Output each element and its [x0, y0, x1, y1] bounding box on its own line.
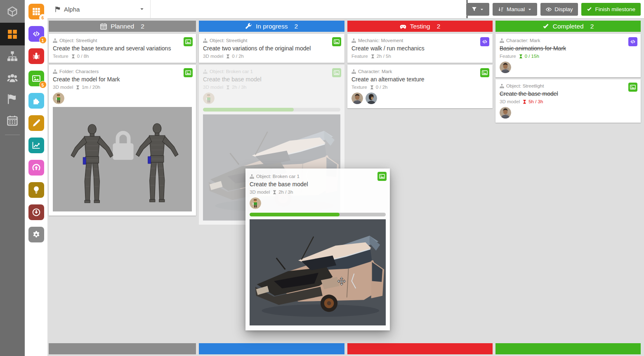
module-button-art[interactable]: 5	[28, 71, 44, 86]
card-context: Mechanic: Movement	[351, 38, 488, 44]
card-meta: 3D model5h / 3h	[500, 99, 637, 104]
card-title: Create the base texture and several vari…	[53, 45, 192, 52]
bulb-icon	[32, 186, 40, 194]
column-title: Completed	[553, 23, 584, 30]
hourglass-icon	[226, 85, 230, 90]
gamepad-icon	[400, 23, 406, 30]
card-category: Feature	[351, 54, 368, 59]
card-assignees	[500, 62, 637, 73]
module-button-downloads[interactable]	[28, 204, 44, 220]
wireframe-characters-preview[interactable]	[53, 107, 192, 211]
rail-divider	[5, 135, 20, 135]
top-toolbar: Alpha Manual Display Finish milestone	[47, 0, 644, 19]
wrench-icon	[245, 23, 252, 30]
column-task-count: 2	[141, 23, 144, 30]
card-meta: Texture0 / 2h	[351, 85, 488, 90]
art-category-badge	[628, 83, 637, 92]
card-title: Create an alternative texture	[351, 76, 488, 83]
card-context: Character: Mark	[500, 38, 637, 44]
rail-item-flag[interactable]	[0, 88, 25, 110]
cube-icon	[7, 6, 18, 17]
gear-icon	[32, 230, 40, 239]
module-button-board[interactable]: 6	[28, 4, 44, 19]
card-title: Create the base model	[500, 90, 637, 97]
rail-item-cube[interactable]	[0, 0, 25, 23]
users-icon	[7, 72, 18, 83]
column-title: Planned	[111, 23, 134, 30]
rail-item-grid[interactable]	[0, 23, 25, 45]
module-button-ideas[interactable]	[28, 182, 44, 198]
task-card-create-the-base-model[interactable]: Object: StreetlightCreate the base model…	[495, 79, 641, 123]
download-icon	[32, 208, 40, 216]
task-card-create-walk-run-mechanics[interactable]: Mechanic: MovementCreate walk / run mech…	[347, 34, 493, 63]
rail-item-hierarchy[interactable]	[0, 45, 25, 67]
image-icon	[379, 173, 385, 179]
avatar-photo1	[500, 107, 511, 119]
module-button-writing[interactable]	[28, 115, 44, 131]
card-time-logged: 2h / 3h	[232, 85, 246, 90]
avatar-photo2	[366, 93, 377, 104]
module-button-publish[interactable]	[28, 160, 44, 176]
finish-milestone-label: Finish milestone	[595, 6, 635, 12]
task-card-basic-animations-for-mark[interactable]: Character: MarkBasic animations for Mark…	[495, 34, 641, 77]
image-icon	[630, 84, 636, 90]
module-button-metrics[interactable]	[28, 138, 44, 153]
module-button-puzzle[interactable]	[28, 93, 44, 109]
card-time-logged: 2h / 5h	[377, 54, 391, 59]
column-footer-planned	[49, 343, 196, 354]
card-title: Create two variations of the original mo…	[203, 45, 340, 52]
card-context: Folder: Characters	[53, 69, 192, 75]
task-card-create-an-alternative-texture[interactable]: Character: MarkCreate an alternative tex…	[347, 65, 493, 108]
filter-icon	[472, 7, 477, 12]
column-footer-completed	[495, 343, 641, 354]
avatar-sprite	[203, 93, 215, 104]
card-progress-bar	[203, 108, 340, 112]
broken-car-preview[interactable]	[250, 219, 386, 325]
filter-button[interactable]	[466, 3, 489, 16]
module-button-settings[interactable]	[28, 227, 44, 242]
bug-icon	[32, 52, 40, 60]
column-footer-testing	[347, 343, 493, 354]
sort-button-label: Manual	[507, 6, 525, 12]
sort-button[interactable]: Manual	[493, 3, 537, 16]
hierarchy-icon	[203, 38, 208, 43]
display-button[interactable]: Display	[540, 3, 578, 16]
task-card-create-the-base-texture-and-several-variations[interactable]: Object: StreetlightCreate the base textu…	[49, 34, 196, 63]
hierarchy-icon	[203, 69, 208, 74]
display-button-label: Display	[554, 6, 573, 12]
avatar-sprite	[250, 197, 261, 209]
hierarchy-icon	[250, 174, 254, 179]
art-category-badge	[332, 68, 341, 77]
task-card-create-two-variations-of-the-original-model[interactable]: Object: StreetlightCreate two variations…	[199, 34, 344, 63]
card-context: Object: Streetlight	[500, 83, 637, 89]
card-category: 3D model	[500, 99, 520, 104]
pencil-icon	[32, 119, 40, 127]
card-time-logged: 0 / 2h	[376, 85, 388, 90]
module-badge: 6	[39, 14, 47, 21]
card-context: Object: Streetlight	[203, 38, 340, 44]
avatar-photo1	[500, 62, 511, 73]
card-category: 3D model	[53, 85, 73, 90]
milestone-selector[interactable]: Alpha	[47, 0, 151, 18]
rail-item-calendar[interactable]	[0, 110, 25, 131]
finish-milestone-button[interactable]: Finish milestone	[581, 3, 641, 16]
card-title: Basic animations for Mark	[500, 45, 637, 52]
module-button-code[interactable]: 1	[28, 26, 44, 42]
rail-item-users[interactable]	[0, 67, 25, 88]
column-header-completed: Completed2	[495, 21, 641, 32]
calendar-icon	[100, 23, 107, 30]
card-title: Create the base model	[203, 76, 340, 83]
art-category-badge	[377, 172, 387, 181]
task-card-create-the-base-model[interactable]: Object: Broken car 1Create the base mode…	[245, 169, 390, 330]
hierarchy-icon	[351, 69, 356, 74]
card-meta: 3D model1m / 20h	[53, 85, 192, 90]
module-button-bug[interactable]	[28, 48, 44, 64]
column-header-planned: Planned2	[49, 21, 196, 32]
task-card-create-the-model-for-mark[interactable]: Folder: CharactersCreate the model for M…	[49, 65, 196, 216]
image-icon	[482, 70, 488, 76]
board-column-completed: Completed2Character: MarkBasic animation…	[495, 21, 641, 354]
chart-icon	[32, 141, 40, 150]
check-icon	[587, 7, 592, 12]
card-time-logged: 0 / 2h	[232, 54, 244, 59]
card-category: 3D model	[250, 190, 270, 195]
